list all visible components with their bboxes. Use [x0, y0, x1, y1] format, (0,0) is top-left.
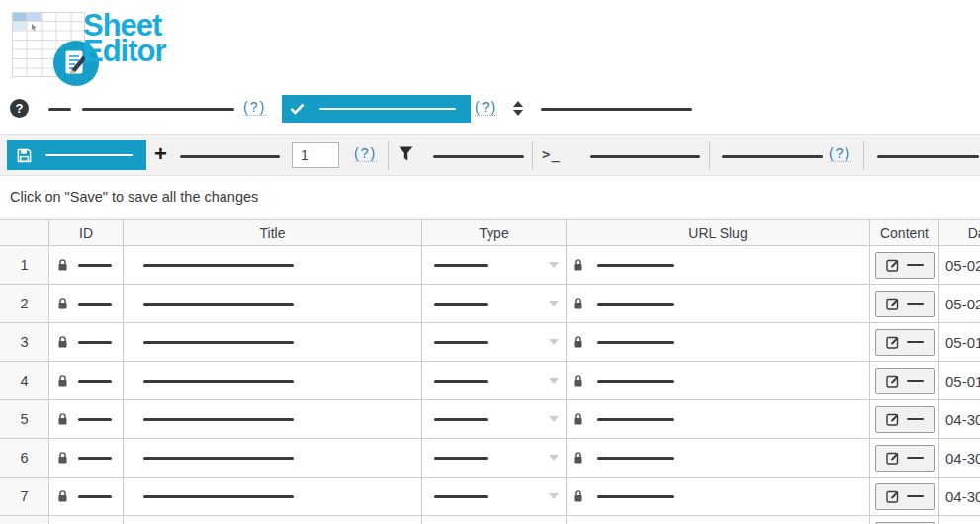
cell-content[interactable] — [870, 516, 939, 524]
row-number[interactable]: 5 — [0, 400, 49, 438]
row-number[interactable]: 2 — [0, 285, 49, 322]
cell-id[interactable] — [49, 323, 124, 361]
help-link[interactable]: (?) — [475, 99, 497, 116]
dropdown-arrow-icon[interactable] — [549, 493, 559, 499]
cell-content[interactable] — [870, 285, 939, 322]
open-content-editor-button[interactable] — [875, 252, 935, 279]
column-header-id[interactable]: ID — [49, 220, 124, 245]
cell-id[interactable] — [49, 516, 124, 524]
cell-date[interactable]: 04-30 — [939, 400, 980, 438]
row-number[interactable]: 1 — [0, 246, 49, 284]
cell-title[interactable] — [124, 439, 422, 477]
cell-date[interactable]: 05-01 — [939, 323, 980, 361]
cell-title[interactable] — [124, 516, 422, 524]
cell-content[interactable] — [870, 400, 939, 438]
cell-date[interactable]: 04-30 — [939, 478, 980, 515]
open-content-editor-button[interactable] — [875, 291, 935, 317]
cell-title[interactable] — [124, 400, 422, 438]
help-circle-icon[interactable]: ? — [10, 99, 29, 118]
redacted-cell-value — [143, 457, 294, 460]
cell-url-slug[interactable] — [567, 478, 870, 515]
cell-url-slug[interactable] — [567, 400, 870, 438]
cell-url-slug[interactable] — [567, 246, 870, 284]
cell-url-slug[interactable] — [567, 285, 870, 322]
lock-icon — [573, 297, 583, 310]
open-content-editor-button[interactable] — [875, 329, 935, 356]
dropdown-arrow-icon[interactable] — [549, 378, 559, 384]
cell-content[interactable] — [870, 478, 939, 515]
dropdown-arrow-icon[interactable] — [549, 262, 559, 268]
cell-title[interactable] — [124, 285, 422, 322]
redacted-cell-value — [597, 457, 674, 460]
cell-url-slug[interactable] — [567, 516, 870, 524]
edit-pencil-icon — [886, 335, 900, 349]
dropdown-arrow-icon[interactable] — [549, 339, 559, 345]
cell-date[interactable]: 05-02 — [939, 246, 980, 284]
cell-date[interactable]: 05-02 — [939, 285, 980, 322]
open-content-editor-button[interactable] — [875, 368, 935, 394]
dropdown-arrow-icon[interactable] — [549, 455, 559, 461]
cell-id[interactable] — [49, 400, 124, 438]
lock-icon — [573, 451, 583, 465]
column-header-date[interactable]: Date — [939, 220, 980, 245]
secondary-toolbar: + (?) >_ (?) — [0, 134, 980, 176]
save-button[interactable] — [7, 140, 146, 170]
cell-title[interactable] — [124, 362, 422, 399]
cell-type[interactable] — [422, 246, 567, 284]
cell-url-slug[interactable] — [567, 362, 870, 399]
row-number[interactable]: 8 — [0, 516, 49, 524]
row-number[interactable]: 7 — [0, 478, 49, 515]
open-content-editor-button[interactable] — [875, 406, 935, 433]
cell-title[interactable] — [124, 478, 422, 515]
row-number[interactable]: 4 — [0, 362, 49, 399]
filter-funnel-icon[interactable] — [399, 146, 413, 161]
dropdown-arrow-icon[interactable] — [549, 301, 559, 306]
cell-type[interactable] — [422, 439, 567, 477]
column-header-url-slug[interactable]: URL Slug — [567, 220, 870, 245]
open-content-editor-button[interactable] — [875, 483, 935, 510]
cell-content[interactable] — [870, 439, 939, 477]
column-header-title[interactable]: Title — [124, 220, 422, 245]
cell-date[interactable]: 05-01 — [939, 362, 980, 399]
row-number[interactable]: 6 — [0, 439, 49, 477]
rows-count-input[interactable] — [292, 142, 339, 168]
cell-title[interactable] — [124, 246, 422, 284]
open-content-editor-button[interactable] — [875, 445, 935, 472]
cell-id[interactable] — [49, 478, 124, 515]
cell-id[interactable] — [49, 285, 124, 322]
cell-type[interactable] — [422, 323, 567, 361]
cell-type[interactable] — [422, 478, 567, 515]
add-rows-icon[interactable]: + — [154, 141, 167, 167]
cell-url-slug[interactable] — [567, 323, 870, 361]
cell-title[interactable] — [124, 323, 422, 361]
help-link[interactable]: (?) — [829, 145, 851, 162]
cell-content[interactable] — [870, 362, 939, 399]
cell-type[interactable] — [422, 362, 567, 399]
cell-date[interactable] — [939, 516, 980, 524]
help-link[interactable]: (?) — [243, 99, 266, 116]
cell-id[interactable] — [49, 246, 124, 284]
help-link[interactable]: (?) — [354, 145, 377, 162]
cell-content[interactable] — [870, 246, 939, 284]
sort-toggle-icon[interactable] — [513, 101, 525, 116]
column-header-corner[interactable] — [0, 220, 49, 245]
row-number[interactable]: 3 — [0, 323, 49, 361]
terminal-icon[interactable]: >_ — [542, 146, 561, 162]
edit-pencil-icon — [886, 258, 900, 272]
dropdown-arrow-icon[interactable] — [549, 416, 559, 422]
cell-id[interactable] — [49, 362, 124, 399]
redacted-cell-value — [434, 380, 488, 383]
redacted-cell-value — [143, 303, 294, 306]
confirm-button[interactable] — [282, 95, 471, 123]
cell-type[interactable] — [422, 285, 567, 322]
cell-url-slug[interactable] — [567, 439, 870, 477]
cell-date[interactable]: 04-30 — [939, 439, 980, 477]
column-header-content[interactable]: Content — [870, 220, 939, 245]
column-header-type[interactable]: Type — [422, 220, 567, 245]
redacted-button-label — [319, 108, 456, 110]
cell-id[interactable] — [49, 439, 124, 477]
cell-content[interactable] — [870, 323, 939, 361]
cell-type[interactable] — [422, 516, 567, 524]
redacted-button-label — [907, 380, 924, 382]
cell-type[interactable] — [422, 400, 567, 438]
